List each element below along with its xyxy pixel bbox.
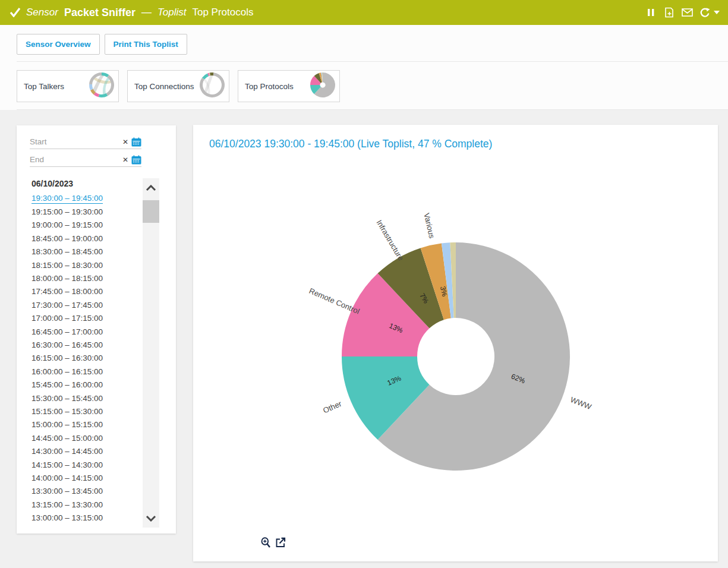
window-titlebar: Sensor Packet Sniffer — Toplist Top Prot… — [0, 0, 728, 25]
print-toplist-button[interactable]: Print This Toplist — [105, 34, 187, 55]
end-date-field-row: ✕ — [30, 153, 141, 167]
time-interval-item[interactable]: 15:15:00 – 15:30:00 — [31, 405, 141, 418]
time-interval-item[interactable]: 18:30:00 – 18:45:00 — [31, 245, 141, 258]
time-interval-item[interactable]: 18:45:00 – 19:00:00 — [31, 232, 141, 245]
start-date-input[interactable] — [30, 137, 121, 146]
breadcrumb-separator: — — [141, 7, 152, 18]
tab-top-protocols[interactable]: Top Protocols — [238, 70, 340, 102]
time-interval-item[interactable]: 16:30:00 – 16:45:00 — [31, 338, 141, 351]
main-content: ✕ ✕ — [0, 110, 728, 568]
time-interval-item[interactable]: 19:00:00 – 19:15:00 — [31, 219, 141, 232]
time-interval-item[interactable]: 17:45:00 – 18:00:00 — [31, 285, 141, 298]
tab-label: Top Protocols — [245, 82, 294, 91]
pie-label: Infrastructure — [375, 219, 406, 263]
time-interval-item[interactable]: 16:00:00 – 16:15:00 — [31, 365, 141, 378]
add-report-icon[interactable] — [663, 6, 676, 19]
time-interval-item[interactable]: 14:45:00 – 15:00:00 — [31, 431, 141, 444]
pie-label: Remote Control — [308, 286, 361, 316]
pie-label: Various — [422, 212, 436, 239]
calendar-icon[interactable] — [131, 137, 141, 147]
time-interval-item[interactable]: 15:30:00 – 15:45:00 — [31, 392, 141, 405]
breadcrumb-sensor-label: Sensor — [26, 7, 58, 18]
chart-footer-toolbar — [261, 537, 286, 548]
time-interval-item[interactable]: 14:15:00 – 14:30:00 — [31, 458, 141, 471]
toplist-tabs: Top Talkers Top Connections — [17, 70, 340, 102]
tab-label: Top Connections — [134, 82, 194, 91]
status-check-icon — [8, 6, 21, 19]
pause-icon[interactable] — [645, 6, 658, 19]
interval-list: 19:30:00 – 19:45:0019:15:00 – 19:30:0019… — [31, 192, 141, 525]
chord-diagram-icon — [89, 72, 115, 100]
breadcrumb-sensor-name: Packet Sniffer — [64, 7, 135, 19]
time-interval-item[interactable]: 18:15:00 – 18:30:00 — [31, 258, 141, 272]
list-scrollbar — [143, 178, 159, 528]
email-icon[interactable] — [680, 6, 694, 19]
action-buttons: Sensor Overview Print This Toplist — [17, 34, 187, 55]
date-header: 06/10/2023 — [31, 179, 73, 188]
end-date-input[interactable] — [30, 155, 121, 164]
time-interval-item[interactable]: 17:30:00 – 17:45:00 — [31, 298, 141, 311]
tab-label: Top Talkers — [24, 82, 64, 91]
time-interval-item[interactable]: 17:00:00 – 17:15:00 — [31, 312, 141, 325]
time-interval-item[interactable]: 19:15:00 – 19:30:00 — [31, 205, 141, 218]
time-interval-item[interactable]: 19:30:00 – 19:45:00 — [31, 192, 141, 205]
interval-sidebar: ✕ ✕ — [17, 125, 176, 534]
sensor-overview-button[interactable]: Sensor Overview — [17, 34, 100, 55]
tab-top-connections[interactable]: Top Connections — [127, 70, 229, 102]
clear-end-icon[interactable]: ✕ — [122, 156, 128, 163]
time-interval-item[interactable]: 16:15:00 – 16:30:00 — [31, 352, 141, 365]
time-interval-item[interactable]: 15:45:00 – 16:00:00 — [31, 378, 141, 391]
time-interval-item[interactable]: 15:00:00 – 15:15:00 — [31, 418, 141, 431]
connection-arcs-icon — [199, 72, 225, 100]
time-interval-item[interactable]: 16:45:00 – 17:00:00 — [31, 325, 141, 338]
time-interval-item[interactable]: 18:00:00 – 18:15:00 — [31, 272, 141, 285]
toplist-chart-panel: 06/10/2023 19:30:00 - 19:45:00 (Live Top… — [193, 125, 718, 561]
breadcrumb-toplist-name: Top Protocols — [192, 7, 253, 18]
breadcrumb-toplist-label: Toplist — [157, 7, 187, 18]
pie-label: Other — [322, 399, 343, 415]
tab-top-talkers[interactable]: Top Talkers — [17, 70, 119, 102]
time-interval-item[interactable]: 14:00:00 – 14:15:00 — [31, 471, 141, 484]
top-protocols-donut-chart: WWW62%Other13%Remote Control13%Infrastru… — [193, 125, 718, 561]
sub-header: Sensor Overview Print This Toplist Top T… — [0, 25, 728, 110]
scroll-up-button[interactable] — [143, 178, 159, 197]
clear-start-icon[interactable]: ✕ — [122, 138, 128, 146]
donut-chart-icon — [310, 72, 336, 100]
divider-line — [17, 61, 728, 62]
calendar-icon[interactable] — [131, 155, 141, 165]
time-interval-item[interactable]: 13:30:00 – 13:45:00 — [31, 485, 141, 498]
scrollbar-thumb[interactable] — [143, 200, 159, 223]
time-interval-item[interactable]: 14:30:00 – 14:45:00 — [31, 444, 141, 457]
scroll-down-button[interactable] — [143, 509, 159, 528]
start-date-field-row: ✕ — [30, 135, 141, 149]
pie-label: WWW — [569, 395, 593, 412]
time-interval-item[interactable]: 13:00:00 – 13:15:00 — [31, 511, 141, 524]
open-in-new-window-icon[interactable] — [275, 537, 286, 548]
caret-down-icon[interactable] — [714, 11, 720, 14]
zoom-in-icon[interactable] — [261, 537, 271, 548]
time-interval-item[interactable]: 13:15:00 – 13:30:00 — [31, 498, 141, 511]
refresh-icon[interactable] — [698, 6, 711, 19]
